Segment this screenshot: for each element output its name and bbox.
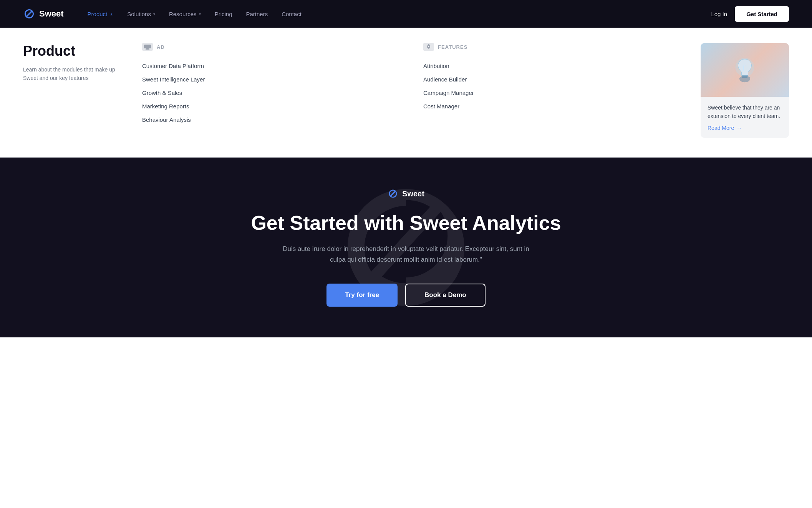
link-behaviour-analysis[interactable]: Behaviour Analysis [142,113,400,126]
svg-point-3 [428,46,429,47]
hero-subtitle: Duis aute irure dolor in reprehenderit i… [275,244,537,265]
hero-section: Sweet Get Started with Sweet Analytics D… [0,158,812,337]
link-growth-sales[interactable]: Growth & Sales [142,86,400,100]
chevron-down-icon: ▾ [153,12,155,16]
link-audience-builder[interactable]: Audience Builder [423,73,681,86]
get-started-button[interactable]: Get Started [735,6,789,22]
navbar: Sweet Product ▲ Solutions ▾ Resources ▾ … [0,0,812,28]
hero-title: Get Started with Sweet Analytics [251,211,561,234]
dropdown-heading: Product [23,43,115,59]
chevron-up-icon: ▲ [109,12,113,16]
dropdown-ad-column: AD Customer Data Platform Sweet Intellig… [131,43,412,138]
navbar-logo[interactable]: Sweet [23,8,64,20]
nav-partners-label: Partners [246,11,268,17]
card-body-text: Sweet believe that they are an extension… [708,104,782,120]
nav-item-product[interactable]: Product ▲ [82,8,119,20]
navbar-right: Log In Get Started [711,6,789,22]
product-dropdown: Product Learn about the modules that mak… [0,28,812,158]
link-customer-data-platform[interactable]: Customer Data Platform [142,59,400,73]
sweet-logo-icon [23,8,35,20]
nav-pricing-label: Pricing [215,11,232,17]
features-column-label: FEATURES [438,44,467,50]
read-more-link[interactable]: Read More → [708,125,782,131]
hero-logo: Sweet [388,188,424,199]
nav-contact-label: Contact [282,11,302,17]
nav-item-resources[interactable]: Resources ▾ [164,8,206,20]
read-more-label: Read More [708,125,734,131]
card-image [701,43,789,97]
svg-rect-0 [144,45,151,48]
link-cost-manager[interactable]: Cost Manager [423,100,681,113]
dropdown-features-column: FEATURES Attribution Audience Builder Ca… [412,43,693,138]
login-button[interactable]: Log In [711,11,727,17]
dropdown-description: Learn about the modules that make up Swe… [23,65,115,83]
hero-logo-text: Sweet [402,189,424,198]
nav-item-partners[interactable]: Partners [240,8,273,20]
dropdown-columns: AD Customer Data Platform Sweet Intellig… [131,43,693,138]
book-demo-button[interactable]: Book a Demo [405,284,486,307]
monitor-icon [142,43,153,51]
svg-rect-2 [146,49,149,50]
nav-resources-label: Resources [169,11,197,17]
try-free-button[interactable]: Try for free [326,284,398,307]
link-campaign-manager[interactable]: Campaign Manager [423,86,681,100]
features-column-header: FEATURES [423,43,681,51]
arrow-right-icon: → [736,125,742,131]
dropdown-left-panel: Product Learn about the modules that mak… [23,43,131,138]
card-body: Sweet believe that they are an extension… [701,97,789,138]
nav-solutions-label: Solutions [127,11,151,17]
ad-column-label: AD [157,44,165,50]
nav-item-pricing[interactable]: Pricing [209,8,238,20]
chevron-down-icon: ▾ [199,12,201,16]
svg-rect-1 [146,48,149,49]
link-marketing-reports[interactable]: Marketing Reports [142,100,400,113]
hero-buttons: Try for free Book a Demo [326,284,485,307]
navbar-logo-text: Sweet [39,9,64,19]
navbar-nav: Product ▲ Solutions ▾ Resources ▾ Pricin… [82,8,711,20]
rocket-icon [423,43,434,51]
link-attribution[interactable]: Attribution [423,59,681,73]
link-sweet-intelligence-layer[interactable]: Sweet Intelligence Layer [142,73,400,86]
nav-item-solutions[interactable]: Solutions ▾ [122,8,161,20]
hero-logo-icon [388,188,398,199]
ad-column-header: AD [142,43,400,51]
dropdown-card: Sweet believe that they are an extension… [701,43,789,138]
nav-product-label: Product [88,11,108,17]
lightbulb-icon [731,56,758,83]
nav-item-contact[interactable]: Contact [276,8,307,20]
